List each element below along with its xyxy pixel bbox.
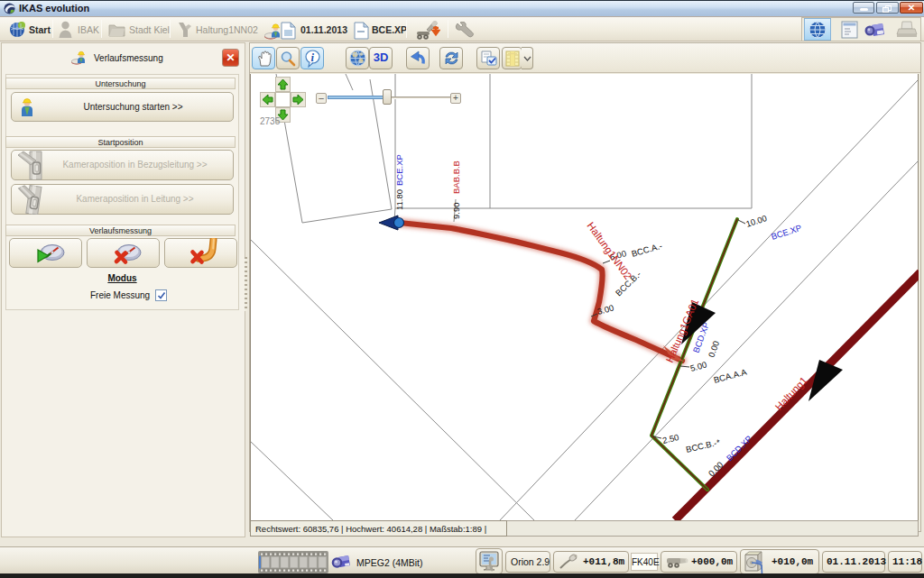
svg-text:BCC.A.-: BCC.A.-: [631, 241, 664, 259]
svg-text:BAB.B.B: BAB.B.B: [451, 161, 461, 194]
svg-text:BCE.XP: BCE.XP: [770, 223, 803, 242]
svg-text:11.80: 11.80: [394, 189, 404, 210]
svg-text:BCA.A.A: BCA.A.A: [713, 366, 749, 384]
svg-text:BCE.XP: BCE.XP: [394, 154, 404, 186]
svg-text:9.90: 9.90: [451, 203, 461, 220]
svg-text:Haltung1NN02: Haltung1NN02: [585, 220, 633, 281]
svg-text:i: i: [311, 51, 315, 64]
svg-text:10.00: 10.00: [744, 213, 768, 229]
svg-text:0.00: 0.00: [707, 340, 722, 359]
svg-text:2.50: 2.50: [661, 432, 680, 445]
svg-text:5.00: 5.00: [689, 360, 708, 373]
svg-text:BCC.B.-*: BCC.B.-*: [685, 436, 721, 454]
